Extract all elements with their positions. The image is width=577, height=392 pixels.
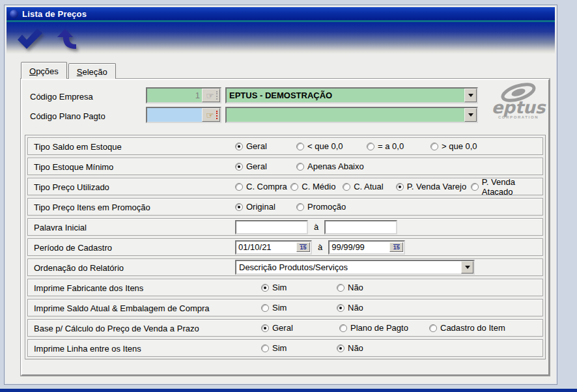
radio-option[interactable]: Apenas Abaixo <box>296 161 364 171</box>
radio-icon[interactable] <box>290 183 298 191</box>
tab-opcoes[interactable]: Opções <box>21 62 67 79</box>
palavra-inicial-to-input[interactable] <box>324 220 397 234</box>
empresa-dropdown-button[interactable] <box>464 89 477 102</box>
radio-icon[interactable] <box>235 143 243 150</box>
radio-option[interactable]: C. Compra <box>235 182 290 191</box>
radio-group: Geral Apenas Abaixo <box>235 158 364 175</box>
row-label: Imprime Fabricante dos Itens <box>34 283 143 293</box>
radio-icon[interactable] <box>296 163 304 171</box>
plano-code-input[interactable] <box>147 108 202 122</box>
radio-option[interactable]: = a 0,0 <box>367 141 430 151</box>
range-separator: à <box>314 222 318 232</box>
radio-group: Sim Não <box>261 300 363 316</box>
tab-strip: Opções Seleção <box>7 54 555 79</box>
radio-option[interactable]: Geral <box>261 323 339 333</box>
plano-dropdown-button[interactable] <box>464 108 477 122</box>
periodo-to-value[interactable]: 99/99/99 <box>330 242 389 252</box>
radio-option[interactable]: P. Venda Varejo <box>396 182 471 191</box>
radio-icon[interactable] <box>235 183 243 191</box>
radio-option[interactable]: Sim <box>261 343 337 353</box>
tab-selecao[interactable]: Seleção <box>68 63 116 79</box>
radio-icon[interactable] <box>235 163 243 171</box>
radio-icon[interactable] <box>261 344 269 352</box>
checkmark-icon <box>16 27 44 53</box>
radio-option[interactable]: Não <box>337 343 363 353</box>
radio-option[interactable]: C. Atual <box>343 182 396 191</box>
radio-icon[interactable] <box>235 203 243 211</box>
radio-option[interactable]: Plano de Pagto <box>339 323 429 333</box>
palavra-inicial-from-input[interactable] <box>235 220 308 234</box>
tab-page-opcoes: Código Empresa Código Plano Pagto ☞ EPTU… <box>21 79 550 376</box>
radio-option[interactable]: Cadastro do Item <box>429 323 505 333</box>
radio-icon[interactable] <box>429 324 437 332</box>
radio-option[interactable]: Geral <box>235 161 296 171</box>
plano-browse-button[interactable]: ☞ <box>202 108 220 122</box>
radio-option[interactable]: Não <box>337 283 363 292</box>
radio-icon[interactable] <box>367 143 374 150</box>
calendar-icon: 15 <box>300 244 306 251</box>
radio-option[interactable]: Promoção <box>296 202 346 212</box>
radio-icon[interactable] <box>430 143 438 150</box>
row-label: Tipo Saldo em Estoque <box>34 142 122 152</box>
screen-bottom-edge <box>0 389 577 392</box>
title-bar[interactable]: Lista de Preços <box>7 7 555 22</box>
return-button[interactable] <box>52 25 83 52</box>
radio-icon[interactable] <box>343 183 350 191</box>
row-label: Período de Cadastro <box>34 243 112 253</box>
radio-option[interactable]: > que 0,0 <box>430 141 477 151</box>
confirm-button[interactable] <box>14 25 46 52</box>
calendar-button[interactable]: 15 <box>389 242 403 252</box>
date-range-inputs: 01/10/21 15 à 99/99/99 15 <box>235 239 405 255</box>
form-row: Palavra Inicial à <box>27 218 543 236</box>
toolbar <box>7 22 555 54</box>
radio-option[interactable]: C. Médio <box>290 182 343 191</box>
radio-option[interactable]: Original <box>235 202 296 212</box>
radio-option[interactable]: Sim <box>261 283 337 292</box>
radio-group: Geral < que 0,0 = a 0,0 > que 0,0 <box>235 138 477 154</box>
row-label: Ordenação do Relatório <box>34 263 124 273</box>
periodo-to-field[interactable]: 99/99/99 15 <box>328 240 405 255</box>
radio-option[interactable]: Não <box>337 303 363 313</box>
radio-icon[interactable] <box>339 324 347 332</box>
radio-icon[interactable] <box>337 344 345 352</box>
form-row: Base p/ Cálculo do Preço de Venda a Praz… <box>27 319 543 337</box>
radio-icon[interactable] <box>337 304 345 312</box>
row-label: Imprime Saldo Atual & Embalagem de Compr… <box>34 303 210 313</box>
plano-pagto-label: Código Plano Pagto <box>30 111 106 121</box>
radio-icon[interactable] <box>471 183 479 191</box>
empresa-browse-button[interactable]: ☞ <box>202 89 220 102</box>
plano-combo[interactable] <box>225 107 478 123</box>
radio-icon[interactable] <box>396 183 404 191</box>
radio-group: Original Promoção <box>235 199 346 215</box>
radio-option[interactable]: Sim <box>261 303 337 313</box>
periodo-from-field[interactable]: 01/10/21 15 <box>235 240 312 255</box>
calendar-icon: 15 <box>393 244 400 251</box>
row-label: Base p/ Cálculo do Preço de Venda a Praz… <box>34 324 199 333</box>
ordenacao-combo-value: Descrição Produtos/Serviços <box>236 261 461 273</box>
eptus-logo: eptus CORPORATION <box>485 81 552 119</box>
radio-icon[interactable] <box>296 143 304 150</box>
radio-option[interactable]: Geral <box>235 141 296 151</box>
radio-icon[interactable] <box>261 304 269 312</box>
empresa-code-input[interactable] <box>147 89 202 102</box>
radio-icon[interactable] <box>261 324 269 332</box>
radio-icon[interactable] <box>337 284 345 292</box>
down-arrow-icon <box>468 113 473 119</box>
form-row: Tipo Estoque Mínimo Geral Apenas Abaixo <box>27 158 543 175</box>
periodo-from-value[interactable]: 01/10/21 <box>236 242 296 252</box>
radio-icon[interactable] <box>261 284 269 292</box>
options-panel: Tipo Saldo em Estoque Geral < que 0,0 = … <box>25 135 546 359</box>
radio-option[interactable]: P. Venda Atacado <box>471 177 542 197</box>
ordenacao-combo[interactable]: Descrição Produtos/Serviços <box>235 260 475 275</box>
radio-group: Sim Não <box>261 340 363 356</box>
radio-icon[interactable] <box>296 203 304 211</box>
row-label: Palavra Inicial <box>34 223 87 232</box>
empresa-combo-value: EPTUS - DEMOSTRAÇÃO <box>227 89 464 102</box>
row-label: Imprime Linha entre os Itens <box>34 344 141 354</box>
dots-icon <box>216 91 218 100</box>
calendar-button[interactable]: 15 <box>296 242 310 252</box>
empresa-combo[interactable]: EPTUS - DEMOSTRAÇÃO <box>225 87 478 104</box>
header-section: Código Empresa Código Plano Pagto ☞ EPTU… <box>22 80 548 135</box>
ordenacao-dropdown-button[interactable] <box>461 261 473 273</box>
radio-option[interactable]: < que 0,0 <box>296 141 367 151</box>
